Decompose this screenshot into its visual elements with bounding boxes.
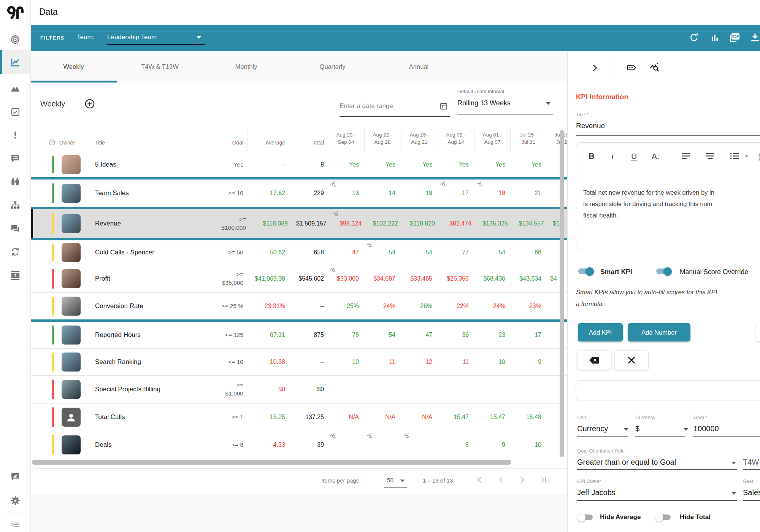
week-column-header[interactable]: Aug 08 -Aug 14 xyxy=(438,131,474,152)
hide-average-toggle[interactable] xyxy=(578,515,593,520)
week-cell[interactable]: 9 xyxy=(510,359,547,365)
sidebar-item-todos[interactable] xyxy=(0,101,30,122)
sidebar-item-headlines[interactable] xyxy=(0,148,30,169)
date-range-input[interactable]: Enter a date range xyxy=(340,102,450,110)
team-select[interactable]: Leadership Team xyxy=(107,33,206,41)
table-row[interactable]: Total Calls>= 115.25137.25N/AN/AN/A15.47… xyxy=(30,403,567,431)
week-cell[interactable]: 8 xyxy=(438,441,474,448)
week-cell[interactable]: 54 xyxy=(474,249,511,256)
help-icon[interactable]: ? xyxy=(49,133,55,152)
column-header-goal[interactable]: Goal xyxy=(205,133,243,152)
week-cell[interactable]: 36 xyxy=(438,332,474,338)
week-cell[interactable]: 9 xyxy=(474,441,511,448)
horizontal-scrollbar[interactable] xyxy=(32,460,511,465)
week-cell[interactable]: $33,000 xyxy=(328,275,364,282)
sidebar-item-settings[interactable] xyxy=(0,490,30,511)
goal-input[interactable]: 100000 xyxy=(693,424,719,433)
week-column-header[interactable]: Aug 22 -Aug 28 xyxy=(364,131,401,152)
week-cell[interactable]: 66 xyxy=(510,249,547,256)
week-cell[interactable]: 14 xyxy=(364,190,401,197)
week-column-header[interactable]: Aug 01 -Aug 07 xyxy=(474,131,511,152)
week-cell[interactable]: Yes xyxy=(401,161,438,168)
week-cell[interactable]: 11 xyxy=(364,359,401,365)
tab-quarterly[interactable]: Quarterly xyxy=(289,51,376,83)
add-number-button[interactable]: Add Number xyxy=(628,323,690,341)
collapse-panel-button[interactable] xyxy=(587,59,603,76)
week-cell[interactable]: 12 xyxy=(401,359,438,365)
sidebar-item-process[interactable] xyxy=(0,241,30,262)
tab-monthly[interactable]: Monthly xyxy=(203,51,289,83)
sidebar-item-directory[interactable] xyxy=(0,265,30,286)
week-cell[interactable]: 15.47 xyxy=(438,414,474,421)
week-cell[interactable]: 10 xyxy=(328,359,364,365)
week-cell[interactable]: 25% xyxy=(328,303,364,310)
week-column-header[interactable]: Aug 29 -Sep 04 xyxy=(328,131,364,152)
week-cell[interactable]: $34,687 xyxy=(364,275,401,282)
add-kpi-button[interactable] xyxy=(84,98,95,111)
sidebar-item-issues[interactable] xyxy=(0,124,30,146)
week-cell[interactable]: 23% xyxy=(510,303,547,310)
week-cell[interactable]: Yes xyxy=(510,161,547,168)
week-cell[interactable]: 10 xyxy=(474,359,511,365)
week-cell[interactable]: 21 xyxy=(510,190,547,197)
table-row[interactable]: Reported Hours<= 12567.31875785447362317 xyxy=(30,322,567,348)
refresh-button[interactable] xyxy=(688,32,700,44)
items-per-page-select[interactable]: 50 xyxy=(387,477,393,484)
week-cell[interactable]: $14 xyxy=(547,220,567,227)
manual-score-override-toggle[interactable] xyxy=(656,268,671,274)
chart-view-button[interactable] xyxy=(709,32,721,44)
week-cell[interactable]: 23 xyxy=(474,332,511,338)
table-row[interactable]: Cold Calls - Spencer>= 5050.626584754547… xyxy=(30,240,567,265)
sidebar-item-org-chart[interactable] xyxy=(0,195,30,216)
tab-t4w-t13w[interactable]: T4W & T13W xyxy=(117,51,203,83)
table-row[interactable]: Profit>=$35,000$41,969.38$545,602$33,000… xyxy=(30,265,567,292)
week-cell[interactable]: 47 xyxy=(328,249,364,256)
text-format-button[interactable]: A: xyxy=(652,149,661,163)
week-column-header[interactable]: Aug 15 -Aug 21 xyxy=(401,131,438,152)
week-cell[interactable]: N/A xyxy=(328,414,364,421)
week-cell[interactable]: 77 xyxy=(438,249,474,256)
clear-button[interactable] xyxy=(615,351,648,370)
labels-button[interactable] xyxy=(624,59,641,76)
seat-select[interactable]: Sales xyxy=(743,488,760,497)
week-cell[interactable]: 24% xyxy=(474,303,511,310)
formula-edge-button[interactable] xyxy=(756,323,760,341)
week-cell[interactable]: 47 xyxy=(401,332,438,338)
t4w-field[interactable]: T4W xyxy=(743,458,759,467)
vertical-scrollbar[interactable] xyxy=(560,130,564,457)
week-cell[interactable]: 11 xyxy=(438,359,474,365)
unit-select[interactable]: Currency xyxy=(577,424,608,433)
week-cell[interactable]: 15.47 xyxy=(474,414,511,421)
trend-icon[interactable] xyxy=(476,181,482,187)
sidebar-item-feedback[interactable] xyxy=(0,466,30,487)
smart-kpi-toggle[interactable] xyxy=(578,268,593,274)
underline-button[interactable]: U xyxy=(631,149,637,163)
sidebar-item-data[interactable] xyxy=(0,51,30,73)
bold-button[interactable]: B xyxy=(589,149,595,163)
column-header-owner[interactable]: Owner xyxy=(59,133,75,152)
trend-icon[interactable] xyxy=(330,267,336,273)
week-cell[interactable]: 19 xyxy=(401,190,438,197)
week-cell[interactable]: N/A xyxy=(364,414,401,421)
backspace-button[interactable] xyxy=(578,351,611,370)
sidebar-item-goals[interactable] xyxy=(0,29,30,50)
hide-total-toggle[interactable] xyxy=(656,515,671,520)
align-left-button[interactable] xyxy=(681,149,691,163)
interval-select[interactable]: Rolling 13 Weeks xyxy=(457,99,511,107)
table-row[interactable]: Special Projects Billing>=$1,000$0$0 xyxy=(30,376,567,403)
column-header-title[interactable]: Title xyxy=(95,133,105,152)
trend-icon[interactable] xyxy=(330,181,336,187)
week-cell[interactable]: $102,222 xyxy=(367,220,403,227)
chevron-down-icon[interactable] xyxy=(745,149,748,163)
align-center-button[interactable] xyxy=(706,149,716,163)
week-cell[interactable]: $33,465 xyxy=(401,275,438,282)
sidebar-item-meetings[interactable] xyxy=(0,218,30,239)
download-button[interactable] xyxy=(749,32,760,44)
kpi-analysis-button[interactable] xyxy=(647,59,663,76)
week-cell[interactable]: N/A xyxy=(401,414,438,421)
week-cell[interactable]: 24% xyxy=(364,303,401,310)
table-row[interactable]: Deals>= 84.33398910 xyxy=(30,431,567,459)
week-cell[interactable]: 17 xyxy=(510,332,547,338)
sidebar-item-rocks[interactable] xyxy=(0,78,30,99)
trend-icon[interactable] xyxy=(330,433,336,439)
